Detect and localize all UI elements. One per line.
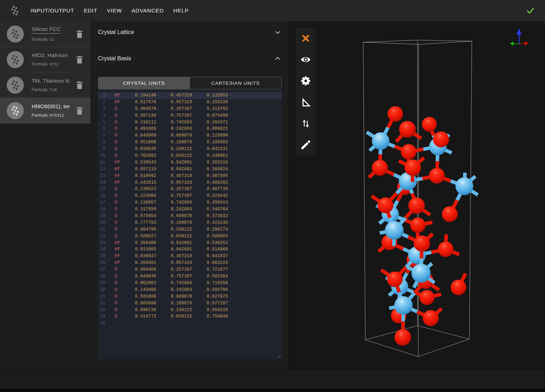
atom-o[interactable]	[405, 193, 430, 218]
atom-o[interactable]	[369, 154, 394, 177]
set-square-icon	[300, 97, 311, 107]
settings-button[interactable]	[296, 70, 316, 92]
basis-row[interactable]: 18O0.3175500.2426030.340764	[98, 206, 282, 213]
measure-button[interactable]	[296, 92, 316, 113]
swap-axes-button[interactable]	[296, 113, 316, 134]
basis-row[interactable]: 16O0.2230840.7573970.329442	[98, 193, 282, 199]
basis-editor[interactable]: 1Hf0.1841460.4573190.1339532Hf0.6175700.…	[98, 90, 282, 359]
basis-row[interactable]: 4O0.3971390.7573970.075499	[98, 112, 282, 119]
basis-row[interactable]: 22O0.5888270.8301220.500903	[98, 233, 282, 240]
visibility-button[interactable]	[296, 49, 316, 70]
material-item-2[interactable]: HfO2, Hafnium Formula: HfO2	[0, 47, 91, 72]
basis-row[interactable]: 29O0.9620020.7426030.710356	[98, 280, 282, 287]
basis-row[interactable]: 2Hf0.6175700.9573190.155339	[98, 99, 282, 106]
delete-material-button[interactable]	[76, 106, 83, 115]
delete-material-button[interactable]	[76, 55, 83, 64]
atom-o[interactable]	[417, 309, 442, 326]
bottom-edge	[0, 389, 545, 392]
material-item-1[interactable]: Silicon FCC Formula: Si	[0, 21, 91, 47]
delete-material-button[interactable]	[76, 30, 83, 38]
structure-3d-view[interactable]	[289, 21, 545, 369]
basis-row[interactable]: 25Hf0.8360370.4573190.641837	[98, 253, 282, 260]
tab-cartesian-units[interactable]: CARTESIAN UNITS	[190, 77, 281, 89]
atom-o[interactable]	[388, 106, 403, 127]
material-name: Silicon FCC	[32, 26, 61, 34]
tab-crystal-units[interactable]: CRYSTAL UNITS	[98, 77, 190, 89]
material-item-3[interactable]: TiN, Titanium N Formula: TiN	[0, 72, 91, 98]
axes-gizmo	[510, 28, 528, 46]
basis-row[interactable]: 20O0.7777530.1698780.423245	[98, 220, 282, 226]
basis-row[interactable]: 9O0.0388350.3301220.042331	[98, 146, 282, 153]
materials-sidebar: Silicon FCC Formula: Si HfO2, Hafnium Fo…	[0, 21, 91, 369]
basis-row[interactable]: 13Hf0.0100920.4573190.387895	[98, 173, 282, 180]
atom-o[interactable]	[394, 321, 411, 346]
menu-input-output[interactable]: INPUT/OUTPUT	[31, 7, 74, 14]
basis-row[interactable]: 28O0.0490300.7573970.583384	[98, 273, 282, 280]
basis-row[interactable]: 21O0.8647800.3301220.296273	[98, 226, 282, 233]
menu-edit[interactable]: EDIT	[84, 7, 97, 14]
basis-row[interactable]: 14Hf0.4435150.9573190.409282	[98, 180, 282, 186]
basis-row[interactable]: 3O0.4045780.2573970.213792	[98, 106, 282, 112]
basis-row[interactable]: 32O0.6036980.1698780.677187	[98, 300, 282, 307]
basis-row[interactable]: 31O0.5018000.6698780.627875	[98, 293, 282, 300]
material-formula: Formula: TiN	[32, 87, 69, 92]
atoms-group	[367, 106, 478, 346]
crystal-basis-title: Crystal Basis	[98, 55, 131, 62]
material-name: Hf4O8(001), ter	[32, 103, 70, 110]
resize-grip-icon[interactable]	[277, 354, 281, 358]
close-viewer-button[interactable]	[296, 28, 316, 49]
atom-hf[interactable]	[451, 173, 478, 200]
basis-row[interactable]: 26Hf0.2694610.9573190.663224	[98, 260, 282, 266]
viewer-3d[interactable]	[289, 21, 545, 369]
atom-o[interactable]	[442, 200, 458, 222]
basis-row-empty[interactable]: 35	[98, 320, 282, 327]
basis-row[interactable]: 19O0.6758540.6698780.373932	[98, 213, 282, 220]
basis-row[interactable]: 5O0.3101120.7426030.202471	[98, 119, 282, 126]
atom-hf[interactable]	[367, 127, 395, 154]
material-avatar-icon	[7, 51, 24, 68]
basis-row[interactable]: 17O0.1360570.7426030.456413	[98, 199, 282, 206]
units-tabs: CRYSTAL UNITS CARTESIAN UNITS	[98, 77, 282, 89]
basis-row[interactable]: 30O0.1434960.2426030.594706	[98, 287, 282, 293]
basis-row[interactable]: 10O0.7628820.8301220.246961	[98, 153, 282, 159]
crystal-basis-section-header[interactable]: Crystal Basis	[91, 43, 289, 73]
menu-help[interactable]: HELP	[173, 7, 189, 14]
main-menu: INPUT/OUTPUT EDIT VIEW ADVANCED HELP	[31, 7, 189, 14]
material-formula: Formula: HfO2	[32, 62, 68, 67]
atom-o[interactable]	[431, 234, 459, 257]
menu-view[interactable]: VIEW	[107, 7, 122, 14]
basis-row[interactable]: 34O0.4147720.8301220.754846	[98, 313, 282, 320]
edit-structure-button[interactable]	[296, 134, 316, 155]
saved-check-icon	[526, 6, 535, 15]
atom-o[interactable]	[423, 161, 451, 183]
close-icon	[301, 34, 310, 43]
material-item-4[interactable]: Hf4O8(001), ter Formula: Hf5O12	[0, 98, 91, 123]
delete-material-button[interactable]	[76, 81, 83, 89]
basis-row[interactable]: 15O0.2305230.2573970.467735	[98, 186, 282, 193]
app-logo-icon[interactable]	[10, 5, 20, 16]
basis-row[interactable]: 33O0.6907260.3301220.550216	[98, 307, 282, 314]
basis-row[interactable]: 1Hf0.1841460.4573190.133953	[98, 92, 282, 99]
pencil-icon	[301, 140, 311, 150]
basis-row[interactable]: 7O0.8499090.6698780.119990	[98, 132, 282, 139]
basis-row[interactable]: 27O0.0564680.2573970.721677	[98, 266, 282, 273]
atom-o[interactable]	[422, 117, 437, 135]
crystal-lattice-title: Crystal Lattice	[98, 29, 134, 35]
menu-bar: INPUT/OUTPUT EDIT VIEW ADVANCED HELP	[0, 0, 545, 21]
basis-row[interactable]: 11Hf0.5305430.5426810.282310	[98, 159, 282, 166]
chevron-up-icon	[275, 57, 280, 60]
gear-icon	[300, 76, 311, 86]
basis-row[interactable]: 24Hf0.9230650.0426810.514866	[98, 246, 282, 253]
material-avatar-icon	[7, 26, 24, 43]
atom-o[interactable]	[451, 274, 466, 295]
basis-row[interactable]: 12Hf0.0971190.0426810.260924	[98, 166, 282, 173]
atom-o[interactable]	[433, 132, 449, 148]
material-formula: Formula: Si	[32, 37, 61, 42]
material-panel: Crystal Lattice Crystal Basis CRYSTAL UN…	[91, 21, 289, 369]
crystal-lattice-section-header[interactable]: Crystal Lattice	[91, 21, 289, 43]
basis-row[interactable]: 23Hf0.3564880.5426810.536253	[98, 240, 282, 247]
basis-row[interactable]: 8O0.9518080.1698780.169302	[98, 139, 282, 146]
menu-advanced[interactable]: ADVANCED	[131, 7, 164, 14]
basis-row[interactable]: 6O0.4916050.2426030.086821	[98, 126, 282, 132]
eye-icon	[300, 55, 311, 64]
